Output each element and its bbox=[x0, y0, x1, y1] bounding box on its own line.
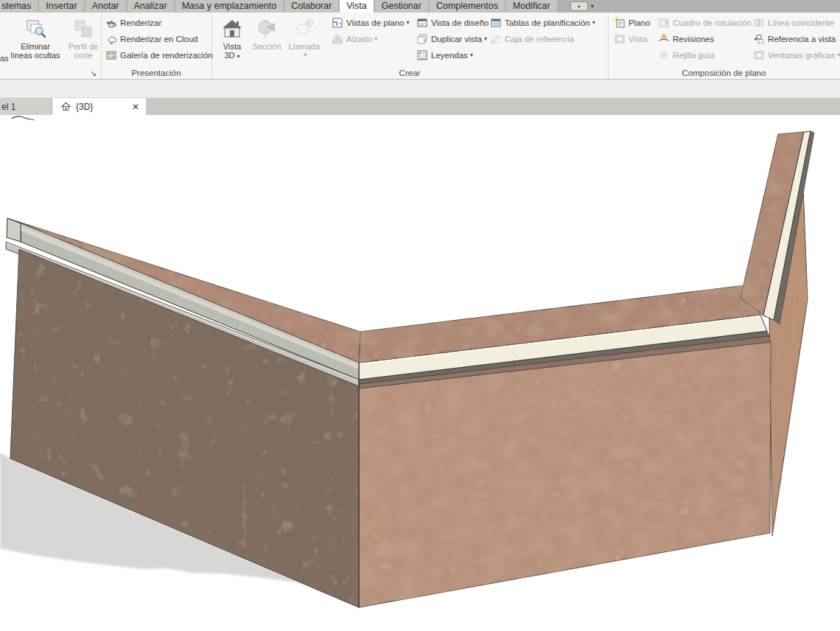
caja-de-referencia-button[interactable]: Caja de referencia bbox=[490, 32, 604, 45]
render-cloud-icon bbox=[105, 33, 117, 45]
button-label: Ventanas gráficas bbox=[768, 51, 835, 60]
button-label: Duplicar vista bbox=[431, 35, 482, 43]
button-label: 3D▾ bbox=[224, 51, 239, 61]
ventanas-graficas-button[interactable]: Ventanas gráficas ▾ bbox=[753, 49, 840, 61]
home-3d-icon bbox=[61, 102, 71, 111]
schedules-icon bbox=[490, 17, 502, 29]
vista-de-diseno-button[interactable]: Vista de diseño bbox=[416, 16, 499, 29]
button-label: líneas ocultas bbox=[10, 51, 60, 60]
button-label: Renderizar en Cloud bbox=[120, 35, 197, 43]
tab-colaborar[interactable]: Colaborar bbox=[284, 0, 338, 13]
tablas-de-planificacion-button[interactable]: Tablas de planificación ▾ bbox=[490, 16, 604, 29]
eliminar-lineas-ocultas-button[interactable]: Eliminar líneas ocultas bbox=[6, 15, 65, 60]
options-bar bbox=[0, 80, 840, 98]
view-tab-bar: el 1 {3D} ✕ bbox=[0, 98, 840, 115]
remove-hidden-lines-icon bbox=[24, 15, 46, 42]
ribbon-group-composicion: Plano Vista bbox=[608, 13, 840, 79]
galeria-de-renderizacion-button[interactable]: Galería de renderización bbox=[105, 49, 213, 61]
vista-viewport-button[interactable]: Vista bbox=[614, 32, 655, 45]
referencia-a-vista-button[interactable]: Referencia a vista bbox=[753, 32, 840, 45]
tab-insertar[interactable]: Insertar bbox=[39, 0, 83, 13]
tab-analizar[interactable]: Analizar bbox=[127, 0, 174, 13]
group-label-crear: Crear bbox=[211, 69, 608, 77]
rejilla-guia-button[interactable]: Rejilla guía bbox=[658, 49, 752, 61]
button-label: Llamada bbox=[289, 42, 320, 51]
section-icon bbox=[256, 15, 278, 42]
dialog-launcher-icon[interactable]: ↘ bbox=[90, 69, 97, 78]
view-tab-3d[interactable]: {3D} ✕ bbox=[52, 98, 146, 115]
revision-cloud-icon bbox=[658, 33, 670, 45]
ribbon-collapse-button[interactable]: ▴ bbox=[570, 1, 588, 11]
3d-viewport[interactable] bbox=[0, 115, 840, 631]
guide-grid-icon bbox=[658, 49, 670, 61]
plano-button[interactable]: Plano bbox=[614, 16, 655, 29]
button-label: Vista bbox=[629, 35, 647, 43]
tab-complementos[interactable]: Complementos bbox=[430, 0, 505, 13]
button-label: Vista bbox=[223, 42, 241, 51]
plan-views-icon bbox=[332, 17, 343, 29]
cuadro-de-rotulacion-button[interactable]: Cuadro de rotulación bbox=[658, 16, 752, 29]
revit-window: stemas Insertar Anotar Analizar Masa y e… bbox=[0, 0, 840, 631]
tab-vista[interactable]: Vista bbox=[340, 0, 374, 13]
button-label: Línea coincidente bbox=[768, 18, 834, 27]
view-reference-icon bbox=[753, 33, 765, 45]
dropdown-caret-icon[interactable]: ▾ bbox=[406, 19, 409, 26]
new-sheet-icon bbox=[614, 17, 626, 29]
duplicar-vista-button[interactable]: Duplicar vista ▾ bbox=[416, 32, 499, 45]
dropdown-caret-icon[interactable]: ▾ bbox=[837, 52, 840, 58]
vistas-de-plano-button[interactable]: Vistas de plano ▾ bbox=[332, 16, 419, 29]
duplicate-view-icon bbox=[416, 33, 428, 45]
vista-3d-button[interactable]: Vista 3D▾ bbox=[215, 15, 249, 61]
dropdown-caret-icon[interactable]: ▾ bbox=[592, 19, 595, 26]
button-label: Cuadro de rotulación bbox=[673, 18, 752, 27]
tab-modificar[interactable]: Modificar bbox=[506, 0, 557, 13]
render-gallery-icon bbox=[105, 49, 117, 61]
button-label: Renderizar bbox=[120, 18, 161, 27]
perfil-de-corte-button[interactable]: Perfil de corte bbox=[66, 15, 100, 60]
tab-anotar[interactable]: Anotar bbox=[85, 0, 126, 13]
button-label: Vista de diseño bbox=[431, 18, 489, 27]
ribbon-collapse-caret-icon[interactable]: ▾ bbox=[591, 3, 594, 10]
viewports-icon bbox=[753, 49, 765, 61]
revisiones-button[interactable]: Revisiones bbox=[658, 32, 752, 45]
button-label: Revisiones bbox=[673, 35, 714, 43]
cut-profile-icon bbox=[72, 15, 94, 42]
right-wall-face[interactable] bbox=[359, 342, 771, 607]
renderizar-button[interactable]: Renderizar bbox=[105, 16, 213, 29]
dropdown-caret-icon[interactable]: ▾ bbox=[484, 35, 487, 42]
llamada-button[interactable]: Llamada ▾ bbox=[286, 15, 323, 60]
tab-sistemas[interactable]: stemas bbox=[0, 0, 38, 13]
dropdown-caret-icon[interactable]: ▾ bbox=[374, 35, 377, 42]
close-view-icon[interactable]: ✕ bbox=[132, 102, 139, 112]
group-label-presentacion: Presentación bbox=[101, 69, 211, 77]
button-label: Plano bbox=[629, 18, 650, 27]
button-label: Sección bbox=[252, 42, 281, 51]
house-3d-view-icon bbox=[221, 15, 243, 42]
renderizar-en-cloud-button[interactable]: Renderizar en Cloud bbox=[105, 32, 213, 45]
view-tab-label: {3D} bbox=[76, 102, 93, 112]
ribbon-tab-bar: stemas Insertar Anotar Analizar Masa y e… bbox=[0, 0, 840, 13]
dropdown-caret-icon[interactable]: ▾ bbox=[470, 52, 473, 58]
tab-masa-y-emplazamiento[interactable]: Masa y emplazamiento bbox=[175, 0, 284, 13]
ribbon-group-presentacion: Renderizar Renderizar en Cloud bbox=[101, 13, 212, 79]
button-label: Galería de renderización bbox=[120, 51, 213, 60]
button-label: Perfil de bbox=[69, 42, 98, 51]
matchline-icon bbox=[753, 17, 765, 29]
ribbon-group-partial: as Eliminar líneas ocultas bbox=[0, 13, 102, 79]
scope-box-icon bbox=[490, 33, 502, 45]
button-label: Referencia a vista bbox=[768, 35, 836, 43]
view-tab-nivel-1[interactable]: el 1 bbox=[0, 98, 52, 115]
dropdown-caret-icon[interactable]: ▾ bbox=[237, 53, 240, 60]
sketch-artifact bbox=[12, 116, 34, 120]
linea-coincidente-button[interactable]: Línea coincidente bbox=[753, 16, 840, 29]
view-on-sheet-icon bbox=[614, 33, 626, 45]
alzado-button[interactable]: Alzado ▾ bbox=[332, 32, 419, 45]
button-label: Tablas de planificación bbox=[505, 18, 590, 27]
dropdown-caret-icon[interactable]: ▾ bbox=[304, 51, 307, 60]
title-block-icon bbox=[658, 17, 670, 29]
seccion-button[interactable]: Sección bbox=[251, 15, 283, 51]
leyendas-button[interactable]: Leyendas ▾ bbox=[416, 49, 499, 61]
render-teapot-icon bbox=[105, 17, 117, 29]
tab-gestionar[interactable]: Gestionar bbox=[375, 0, 428, 13]
button-label: Alzado bbox=[346, 35, 372, 43]
